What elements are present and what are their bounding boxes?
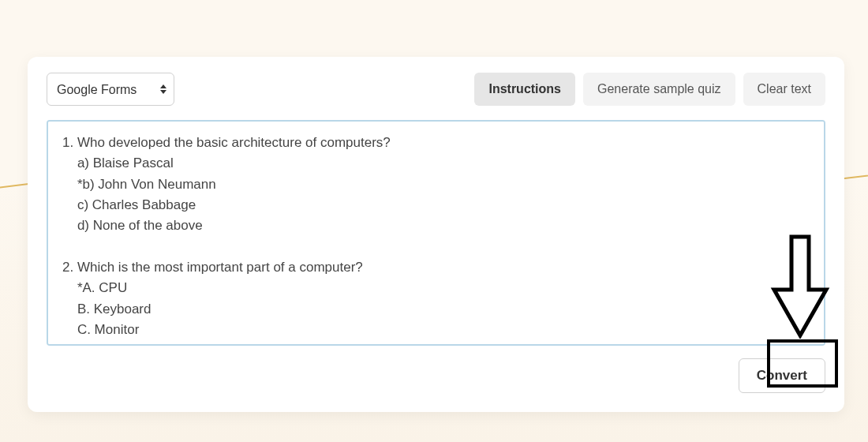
toolbar: Google Forms Instructions Generate sampl… <box>47 73 825 106</box>
format-select-wrap: Google Forms <box>47 73 174 106</box>
quiz-text-editor[interactable] <box>47 120 825 346</box>
generate-sample-button[interactable]: Generate sample quiz <box>583 73 735 106</box>
format-select[interactable]: Google Forms <box>47 73 174 106</box>
instructions-button[interactable]: Instructions <box>474 73 575 106</box>
convert-button[interactable]: Convert <box>739 358 825 393</box>
clear-text-button[interactable]: Clear text <box>743 73 825 106</box>
quiz-converter-card: Google Forms Instructions Generate sampl… <box>28 57 844 412</box>
footer: Convert <box>47 358 825 393</box>
